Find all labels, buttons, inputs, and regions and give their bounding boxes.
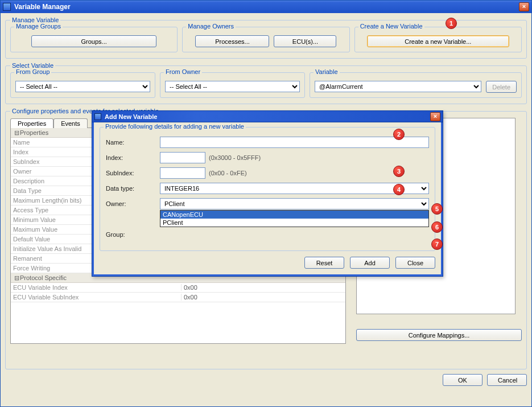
propgrid-section-properties: Properties bbox=[20, 129, 48, 136]
variable-legend: Variable bbox=[314, 68, 340, 75]
dialog-close-button[interactable]: × bbox=[430, 112, 440, 121]
reset-button[interactable]: Reset bbox=[304, 257, 344, 269]
index-input[interactable] bbox=[160, 152, 205, 163]
owner-option-canopenecu[interactable]: CANopenECU bbox=[160, 211, 428, 219]
window-title: Variable Manager bbox=[14, 3, 519, 11]
select-variable-group: Select Variable From Group -- Select All… bbox=[5, 62, 527, 104]
manage-owners-legend: Manage Owners bbox=[186, 23, 236, 30]
variable-select[interactable]: @AlarmCurrent bbox=[315, 81, 481, 92]
owner-label: Owner: bbox=[106, 200, 160, 207]
subindex-hint: (0x00 - 0xFE) bbox=[209, 170, 247, 176]
dialog-title: Add New Variable bbox=[105, 113, 430, 120]
window-close-button[interactable]: × bbox=[519, 2, 529, 11]
marker-7: 7 bbox=[431, 239, 443, 250]
propgrid-section-protocol: Protocol Specific bbox=[20, 274, 67, 281]
name-label: Name: bbox=[106, 139, 160, 146]
manage-owners-box: Manage Owners Processes... ECU(s)... bbox=[182, 27, 349, 52]
group-label: Group: bbox=[106, 231, 160, 238]
manage-groups-legend: Manage Groups bbox=[14, 23, 63, 30]
marker-2: 2 bbox=[393, 129, 405, 140]
marker-3: 3 bbox=[393, 166, 405, 177]
datatype-label: Data type: bbox=[106, 185, 160, 192]
property-row[interactable]: ECU Variable Index0x00 bbox=[11, 283, 345, 293]
marker-1: 1 bbox=[446, 18, 457, 29]
titlebar[interactable]: Variable Manager × bbox=[1, 1, 531, 13]
groups-button[interactable]: Groups... bbox=[31, 35, 156, 47]
from-group-legend: From Group bbox=[14, 68, 51, 75]
dialog-titlebar[interactable]: Add New Variable × bbox=[92, 111, 443, 122]
from-owner-box: From Owner -- Select All -- bbox=[160, 72, 305, 98]
property-value[interactable]: 0x00 bbox=[182, 284, 345, 291]
property-key: ECU Variable Index bbox=[11, 284, 182, 291]
add-new-variable-dialog: Add New Variable × Provide following det… bbox=[92, 110, 443, 277]
from-group-select[interactable]: -- Select All -- bbox=[15, 81, 150, 92]
from-owner-legend: From Owner bbox=[164, 68, 202, 75]
property-row[interactable]: ECU Variable SubIndex0x00 bbox=[11, 293, 345, 302]
marker-5: 5 bbox=[431, 203, 443, 215]
name-input[interactable] bbox=[160, 137, 429, 148]
processes-button[interactable]: Processes... bbox=[195, 35, 269, 47]
dialog-fieldset: Provide following details for adding a n… bbox=[100, 127, 435, 251]
cancel-button[interactable]: Cancel bbox=[487, 374, 527, 386]
index-hint: (0x3000 - 0x5FFF) bbox=[209, 154, 261, 161]
property-value[interactable]: 0x00 bbox=[182, 294, 345, 301]
dialog-legend: Provide following details for adding a n… bbox=[104, 123, 246, 130]
close-button[interactable]: Close bbox=[395, 257, 435, 269]
ecus-button[interactable]: ECU(s)... bbox=[274, 35, 336, 47]
manage-groups-box: Manage Groups Groups... bbox=[10, 27, 178, 52]
configure-mappings-button[interactable]: Configure Mappings... bbox=[356, 329, 522, 341]
owner-option-pclient[interactable]: PClient bbox=[160, 219, 428, 227]
marker-4: 4 bbox=[393, 184, 405, 195]
add-button[interactable]: Add bbox=[350, 257, 390, 269]
from-owner-select[interactable]: -- Select All -- bbox=[165, 81, 300, 92]
app-icon bbox=[3, 3, 11, 11]
variable-box: Variable @AlarmCurrent Delete bbox=[310, 72, 522, 98]
subindex-label: SubIndex: bbox=[106, 170, 160, 176]
subindex-input[interactable] bbox=[160, 167, 205, 179]
owner-select[interactable]: PClient bbox=[160, 198, 429, 209]
create-new-variable-legend: Create a New Variable bbox=[358, 23, 424, 30]
create-new-variable-button[interactable]: Create a new Variable... bbox=[367, 35, 509, 47]
property-key: ECU Variable SubIndex bbox=[11, 294, 182, 301]
datatype-select[interactable]: INTEGER16 bbox=[160, 183, 429, 194]
owner-dropdown-list[interactable]: CANopenECU PClient bbox=[160, 210, 429, 227]
create-new-variable-box: Create a New Variable Create a new Varia… bbox=[354, 27, 522, 52]
tab-events[interactable]: Events bbox=[53, 118, 88, 128]
marker-6: 6 bbox=[431, 221, 443, 233]
delete-button[interactable]: Delete bbox=[486, 81, 517, 93]
dialog-icon bbox=[94, 113, 101, 120]
tab-properties[interactable]: Properties bbox=[10, 118, 53, 128]
index-label: Index: bbox=[106, 154, 160, 161]
ok-button[interactable]: OK bbox=[443, 374, 482, 386]
variable-manager-window: Variable Manager × Manage Variable Manag… bbox=[0, 0, 532, 407]
from-group-box: From Group -- Select All -- bbox=[10, 72, 155, 98]
